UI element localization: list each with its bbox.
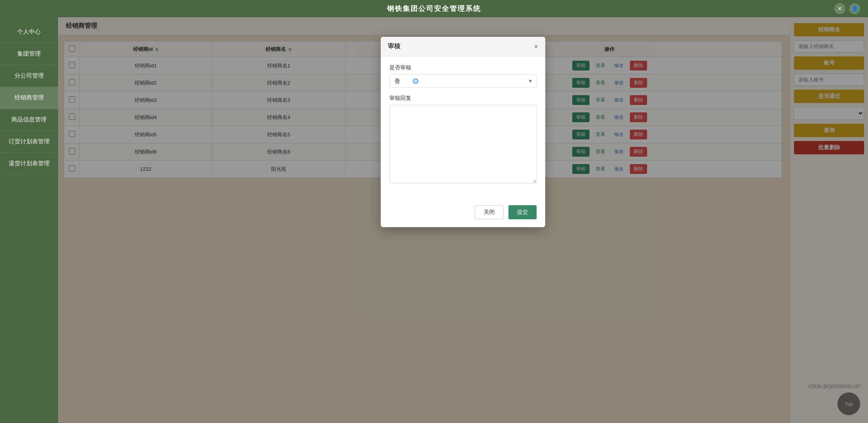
app-title: 钢铁集团公司安全管理系统 bbox=[387, 4, 481, 13]
modal-close-footer-button[interactable]: 关闭 bbox=[475, 205, 504, 219]
reply-field-label: 审核回复 bbox=[389, 95, 537, 102]
audit-select-wrapper: 否 是 ▼ bbox=[389, 74, 537, 88]
reply-field-group: 审核回复 bbox=[389, 95, 537, 184]
modal-footer: 关闭 提交 bbox=[381, 199, 545, 227]
audit-select[interactable]: 否 是 bbox=[389, 74, 537, 88]
sidebar-item-personal[interactable]: 个人中心 bbox=[0, 21, 58, 43]
close-icon[interactable]: ✕ bbox=[834, 3, 845, 14]
modal-close-button[interactable]: × bbox=[534, 43, 538, 50]
sidebar-item-order[interactable]: 订货计划表管理 bbox=[0, 131, 58, 153]
sidebar-item-product[interactable]: 商品信息管理 bbox=[0, 109, 58, 131]
app-header: 钢铁集团公司安全管理系统 ✕ 👤 bbox=[0, 0, 868, 17]
cursor-indicator bbox=[413, 78, 418, 84]
audit-field-group: 是否审核 否 是 ▼ bbox=[389, 64, 537, 88]
audit-modal: 审核 × 是否审核 否 是 ▼ bbox=[381, 37, 545, 227]
modal-header: 审核 × bbox=[381, 37, 545, 56]
user-icon[interactable]: 👤 bbox=[849, 3, 860, 14]
modal-body: 是否审核 否 是 ▼ 审核回复 bbox=[381, 56, 545, 199]
reply-textarea[interactable] bbox=[389, 105, 537, 183]
sidebar: 个人中心 集团管理 分公司管理 经销商管理 商品信息管理 订货计划表管理 退货计… bbox=[0, 17, 58, 423]
sidebar-item-group[interactable]: 集团管理 bbox=[0, 43, 58, 65]
main-layout: 个人中心 集团管理 分公司管理 经销商管理 商品信息管理 订货计划表管理 退货计… bbox=[0, 17, 868, 423]
sidebar-item-return[interactable]: 退货计划表管理 bbox=[0, 153, 58, 175]
sidebar-item-dealer[interactable]: 经销商管理 bbox=[0, 87, 58, 109]
audit-field-label: 是否审核 bbox=[389, 64, 537, 71]
sidebar-item-subsidiary[interactable]: 分公司管理 bbox=[0, 65, 58, 87]
main-content: 经销商管理 🏠 / 经销商管理 / 经销商列表 经销商id bbox=[58, 17, 868, 423]
modal-submit-button[interactable]: 提交 bbox=[508, 205, 537, 219]
header-icons: ✕ 👤 bbox=[834, 3, 860, 14]
modal-title: 审核 bbox=[388, 42, 400, 51]
modal-overlay: 审核 × 是否审核 否 是 ▼ bbox=[58, 17, 868, 423]
